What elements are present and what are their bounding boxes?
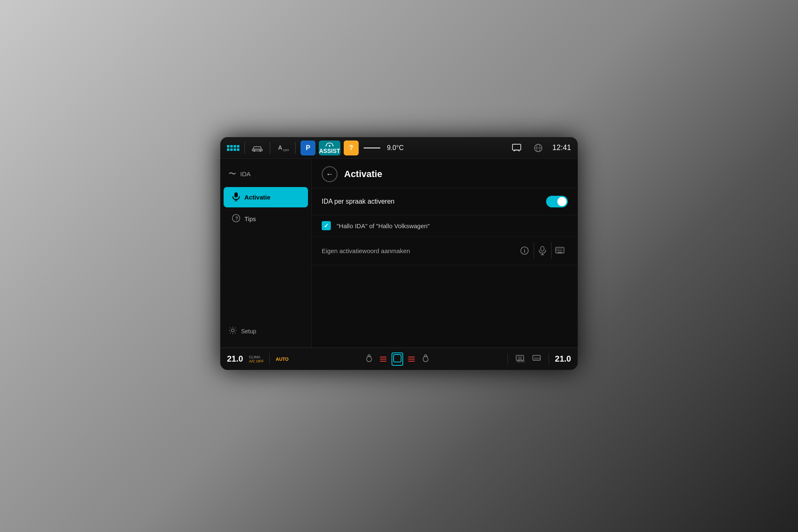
clima-info: CLIMA A/C OFF bbox=[249, 355, 264, 363]
home-screen-button[interactable] bbox=[392, 352, 403, 366]
temp-underline bbox=[364, 148, 380, 148]
bottom-center-icons bbox=[293, 352, 502, 367]
right-temp-display: 21.0 bbox=[555, 354, 571, 364]
bottom-divider-2 bbox=[507, 353, 508, 365]
bottom-divider-1 bbox=[269, 353, 270, 365]
assist-label: AssIST bbox=[319, 148, 340, 154]
svg-point-15 bbox=[232, 329, 234, 332]
svg-text:REAR: REAR bbox=[517, 360, 525, 362]
content-header: ← Activatie bbox=[312, 159, 578, 188]
microphone-icon-button[interactable] bbox=[534, 242, 550, 259]
keyboard-icon-button[interactable] bbox=[551, 242, 568, 259]
back-button[interactable]: ← bbox=[322, 166, 337, 182]
sidebar-item-activatie[interactable]: Activatie bbox=[224, 187, 308, 207]
divider-3 bbox=[295, 142, 296, 154]
sidebar-item-activatie-label: Activatie bbox=[244, 194, 271, 201]
hallo-ida-checkbox[interactable]: ✓ bbox=[322, 221, 331, 230]
sidebar-item-tips[interactable]: ? Tips bbox=[224, 209, 308, 229]
top-bar-right: 12:41 bbox=[509, 140, 571, 155]
hallo-ida-label: "Hallo IDA" of "Hallo Volkswagen" bbox=[337, 222, 430, 229]
assist-button[interactable]: AssIST bbox=[319, 140, 340, 155]
sidebar-header: 〜 IDA bbox=[220, 165, 311, 185]
svg-text:OFF: OFF bbox=[283, 148, 289, 152]
ida-voice-toggle[interactable] bbox=[546, 196, 568, 207]
seat-heat-left-icon[interactable] bbox=[363, 352, 375, 367]
setup-gear-icon bbox=[229, 326, 237, 336]
max-heat-icon[interactable]: MAX bbox=[530, 352, 543, 366]
clima-label: CLIMA bbox=[249, 355, 264, 359]
heat-lines-right-icon[interactable] bbox=[406, 355, 416, 363]
infotainment-screen: A OFF P AssIST ? 9.0°C bbox=[220, 137, 578, 370]
main-area: 〜 IDA Activatie bbox=[220, 159, 578, 347]
content-title: Activatie bbox=[344, 169, 382, 180]
auto-label: AUTO bbox=[276, 357, 288, 362]
bottom-bar: 21.0 CLIMA A/C OFF AUTO bbox=[220, 347, 578, 370]
heat-lines-left-icon[interactable] bbox=[378, 355, 388, 363]
time-display: 12:41 bbox=[552, 143, 571, 152]
svg-point-1 bbox=[254, 150, 255, 152]
svg-point-33 bbox=[368, 355, 370, 357]
svg-text:MAX: MAX bbox=[534, 357, 541, 360]
svg-text:?: ? bbox=[235, 216, 238, 222]
rear-heat-icon[interactable]: REAR bbox=[514, 352, 526, 366]
custom-word-placeholder[interactable]: Eigen activatiewoord aanmaken bbox=[322, 247, 511, 254]
ida-voice-toggle-row: IDA per spraak activeren bbox=[312, 188, 578, 215]
home-grid-icon[interactable] bbox=[227, 145, 239, 151]
bottom-divider-3 bbox=[549, 353, 549, 365]
input-action-buttons: i bbox=[516, 242, 568, 259]
svg-rect-10 bbox=[234, 192, 238, 197]
seat-heat-right-icon[interactable] bbox=[420, 352, 431, 367]
globe-icon-btn[interactable] bbox=[531, 140, 546, 155]
a-off-icon-btn[interactable]: A OFF bbox=[275, 140, 290, 155]
message-icon-btn[interactable] bbox=[509, 140, 524, 155]
ida-voice-label: IDA per spraak activeren bbox=[322, 198, 394, 205]
divider-1 bbox=[244, 142, 245, 154]
divider-2 bbox=[270, 142, 270, 154]
content-area: ← Activatie IDA per spraak activeren ✓ "… bbox=[312, 159, 578, 347]
svg-text:A: A bbox=[278, 144, 282, 151]
car-icon-btn[interactable] bbox=[250, 140, 265, 155]
mic-icon bbox=[232, 192, 240, 202]
sidebar: 〜 IDA Activatie bbox=[220, 159, 312, 347]
left-temp-display: 21.0 bbox=[227, 354, 243, 364]
sidebar-title: IDA bbox=[240, 170, 251, 177]
hallo-ida-checkbox-row[interactable]: ✓ "Hallo IDA" of "Hallo Volkswagen" bbox=[312, 215, 578, 236]
svg-point-35 bbox=[424, 355, 426, 357]
ac-label: A/C OFF bbox=[249, 359, 264, 363]
info-icon-button[interactable]: i bbox=[516, 242, 533, 259]
svg-point-5 bbox=[329, 145, 330, 147]
custom-word-row: Eigen activatiewoord aanmaken i bbox=[312, 236, 578, 265]
svg-rect-34 bbox=[394, 355, 401, 362]
tips-icon: ? bbox=[232, 214, 240, 224]
svg-text:i: i bbox=[524, 248, 525, 254]
temperature-display: 9.0°C bbox=[387, 144, 404, 152]
svg-rect-18 bbox=[541, 246, 544, 251]
setup-label: Setup bbox=[241, 328, 256, 335]
svg-rect-6 bbox=[512, 144, 521, 150]
sidebar-setup[interactable]: Setup bbox=[220, 321, 311, 341]
sidebar-item-tips-label: Tips bbox=[244, 215, 256, 222]
ida-wave-icon: 〜 bbox=[229, 169, 236, 179]
svg-point-2 bbox=[259, 150, 261, 152]
back-arrow-icon: ← bbox=[326, 170, 333, 179]
parking-button[interactable]: P bbox=[300, 140, 315, 155]
help-button[interactable]: ? bbox=[344, 140, 359, 155]
top-status-bar: A OFF P AssIST ? 9.0°C bbox=[220, 137, 578, 159]
checkmark-icon: ✓ bbox=[324, 222, 329, 229]
